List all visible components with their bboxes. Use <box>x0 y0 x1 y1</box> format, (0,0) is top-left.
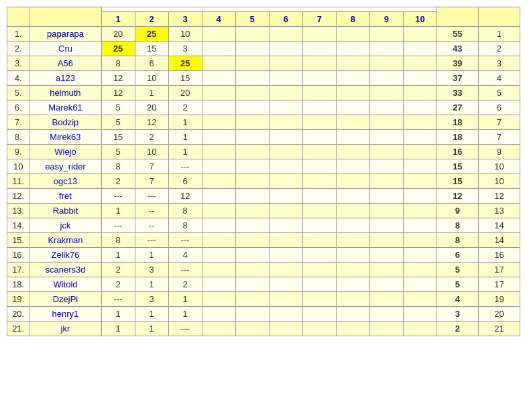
cell-score-ed5 <box>235 86 269 100</box>
cell-score-ed9 <box>369 248 403 263</box>
cell-suma: 2 <box>436 322 478 336</box>
cell-score-ed7 <box>302 27 336 42</box>
cell-score-ed10 <box>403 27 436 42</box>
cell-score-ed9 <box>369 100 403 115</box>
cell-score-ed4 <box>202 204 235 218</box>
cell-score-ed2: -- <box>135 204 168 218</box>
cell-lp: 15. <box>7 233 30 248</box>
cell-score-ed1: 1 <box>101 322 135 336</box>
cell-score-ed2: 10 <box>135 145 168 159</box>
cell-score-ed3: 12 <box>168 189 202 204</box>
cell-score-ed6 <box>269 189 302 204</box>
cell-score-ed6 <box>269 145 302 159</box>
cell-score-ed2: 1 <box>135 322 168 336</box>
cell-suma: 4 <box>436 292 478 307</box>
cell-score-ed5 <box>235 145 269 159</box>
cell-score-ed4 <box>202 307 235 322</box>
cell-score-ed1: 12 <box>101 71 135 86</box>
cell-score-ed7 <box>302 115 336 130</box>
cell-score-ed7 <box>302 292 336 307</box>
cell-miejsce: 14 <box>478 218 520 233</box>
cell-score-ed5 <box>235 218 269 233</box>
cell-score-ed4 <box>202 71 235 86</box>
cell-score-ed6 <box>269 307 302 322</box>
cell-nick: easy_rider <box>30 159 101 174</box>
cell-score-ed5 <box>235 277 269 292</box>
cell-score-ed9 <box>369 71 403 86</box>
cell-lp: 17. <box>7 263 30 277</box>
cell-score-ed8 <box>336 86 369 100</box>
col-header-ed-3: 3 <box>168 12 202 27</box>
cell-score-ed7 <box>302 204 336 218</box>
cell-miejsce: 9 <box>478 145 520 159</box>
cell-score-ed4 <box>202 248 235 263</box>
cell-score-ed4 <box>202 130 235 145</box>
cell-score-ed10 <box>403 322 436 336</box>
cell-score-ed2: 3 <box>135 263 168 277</box>
cell-score-ed8 <box>336 233 369 248</box>
cell-score-ed9 <box>369 233 403 248</box>
cell-score-ed9 <box>369 292 403 307</box>
cell-lp: 6. <box>7 100 30 115</box>
cell-score-ed4 <box>202 174 235 189</box>
cell-score-ed10 <box>403 307 436 322</box>
cell-lp: 7. <box>7 115 30 130</box>
cell-score-ed8 <box>336 159 369 174</box>
cell-score-ed4 <box>202 322 235 336</box>
cell-score-ed7 <box>302 218 336 233</box>
cell-score-ed1: 5 <box>101 100 135 115</box>
cell-score-ed3: 1 <box>168 130 202 145</box>
cell-score-ed3: 15 <box>168 71 202 86</box>
cell-score-ed7 <box>302 263 336 277</box>
cell-score-ed8 <box>336 115 369 130</box>
cell-score-ed1: --- <box>101 218 135 233</box>
cell-nick: Wiejo <box>30 145 101 159</box>
cell-miejsce: 1 <box>478 27 520 42</box>
cell-score-ed8 <box>336 263 369 277</box>
cell-score-ed1: 12 <box>101 86 135 100</box>
col-header-lp <box>7 7 30 27</box>
cell-score-ed7 <box>302 86 336 100</box>
cell-nick: DzejPi <box>30 292 101 307</box>
cell-nick: jck <box>30 218 101 233</box>
table-row: 21.jkr11---221 <box>7 322 520 336</box>
cell-score-ed10 <box>403 56 436 71</box>
cell-score-ed8 <box>336 42 369 56</box>
cell-suma: 55 <box>436 27 478 42</box>
cell-score-ed9 <box>369 263 403 277</box>
cell-score-ed5 <box>235 292 269 307</box>
cell-score-ed5 <box>235 159 269 174</box>
cell-score-ed1: 5 <box>101 145 135 159</box>
cell-miejsce: 12 <box>478 189 520 204</box>
cell-score-ed3: 25 <box>168 56 202 71</box>
cell-lp: 3. <box>7 56 30 71</box>
col-header-ed-4: 4 <box>202 12 235 27</box>
cell-score-ed8 <box>336 189 369 204</box>
cell-miejsce: 10 <box>478 174 520 189</box>
cell-score-ed6 <box>269 56 302 71</box>
cell-score-ed10 <box>403 42 436 56</box>
cell-score-ed3: 1 <box>168 307 202 322</box>
table-row: 2.Cru25153432 <box>7 42 520 56</box>
cell-score-ed10 <box>403 145 436 159</box>
cell-score-ed7 <box>302 145 336 159</box>
cell-score-ed3: 1 <box>168 115 202 130</box>
cell-score-ed6 <box>269 27 302 42</box>
cell-nick: paparapa <box>30 27 101 42</box>
cell-lp: 19. <box>7 292 30 307</box>
cell-score-ed5 <box>235 233 269 248</box>
cell-score-ed3: 10 <box>168 27 202 42</box>
cell-miejsce: 17 <box>478 277 520 292</box>
cell-score-ed10 <box>403 233 436 248</box>
cell-suma: 5 <box>436 263 478 277</box>
cell-score-ed9 <box>369 42 403 56</box>
cell-score-ed7 <box>302 307 336 322</box>
cell-score-ed9 <box>369 189 403 204</box>
table-row: 7.Bodzip5121187 <box>7 115 520 130</box>
cell-score-ed9 <box>369 277 403 292</box>
cell-score-ed1: --- <box>101 189 135 204</box>
cell-score-ed5 <box>235 27 269 42</box>
cell-score-ed5 <box>235 307 269 322</box>
cell-score-ed9 <box>369 130 403 145</box>
cell-miejsce: 14 <box>478 233 520 248</box>
